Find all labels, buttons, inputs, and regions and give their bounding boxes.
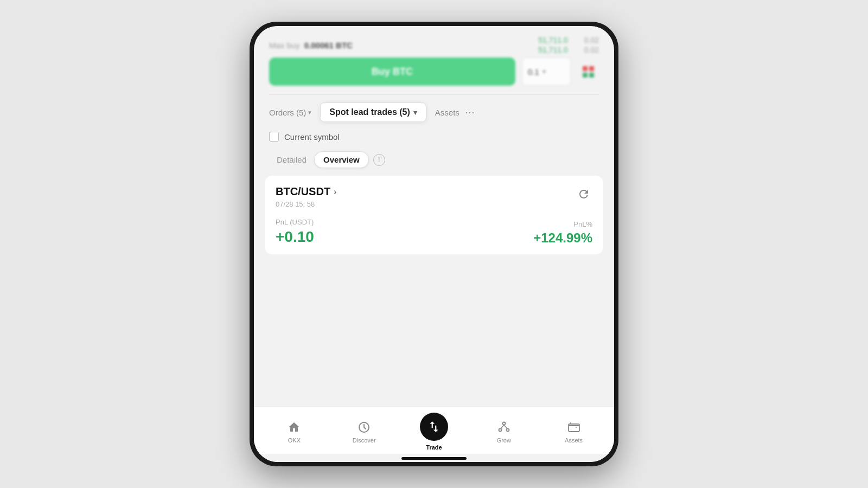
svg-point-2 <box>499 429 501 432</box>
price-row2-price: 51,711.0 <box>538 46 568 54</box>
nav-item-trade[interactable]: Trade <box>399 413 469 451</box>
price-row2-qty: 0.02 <box>584 46 599 54</box>
tab-more-button[interactable]: ⋯ <box>465 106 475 118</box>
svg-line-4 <box>501 425 504 429</box>
current-symbol-label: Current symbol <box>284 132 340 142</box>
price-row1-price: 51,711.0 <box>538 36 568 44</box>
discover-icon <box>356 420 372 435</box>
current-symbol-checkbox[interactable] <box>269 132 279 142</box>
current-symbol-row: Current symbol <box>254 127 614 149</box>
qty-dropdown-arrow: ▾ <box>542 68 546 75</box>
nav-grow-label: Grow <box>497 437 511 444</box>
phone-device: Max buy 0.00061 BTC 51,711.0 0.02 51,711… <box>250 22 618 466</box>
pair-name: BTC/USDT <box>276 185 330 198</box>
tabs-row: Orders (5) ▾ Spot lead trades (5) ▾ Asse… <box>254 95 614 127</box>
nav-item-okx[interactable]: OKX <box>259 420 329 444</box>
pair-chevron-icon[interactable]: › <box>334 187 336 197</box>
max-buy-value: 0.00061 BTC <box>304 41 353 50</box>
tab-orders[interactable]: Orders (5) ▾ <box>269 108 311 117</box>
qty-value: 0.1 <box>528 67 539 76</box>
home-indicator-bar <box>401 457 467 460</box>
nav-assets-label: Assets <box>565 437 583 444</box>
spacer <box>254 254 614 407</box>
home-icon <box>286 420 302 435</box>
nav-item-grow[interactable]: Grow <box>469 420 539 444</box>
tab-spot-lead-trades[interactable]: Spot lead trades (5) ▾ <box>320 102 426 122</box>
top-blurred-area: Max buy 0.00061 BTC 51,711.0 0.02 51,711… <box>254 26 614 57</box>
detailed-view-button[interactable]: Detailed <box>269 152 314 168</box>
info-icon[interactable]: i <box>373 154 385 166</box>
orders-dropdown-arrow: ▾ <box>308 109 311 116</box>
tab-assets[interactable]: Assets <box>435 108 459 117</box>
pnl-usdt-label: PnL (USDT) <box>276 218 314 226</box>
price-row1-qty: 0.02 <box>584 36 599 44</box>
trade-card: BTC/USDT › 07/28 15: 58 PnL (USD <box>265 176 603 254</box>
pnl-pct-col: PnL% +124.99% <box>533 220 592 246</box>
main-content: Orders (5) ▾ Spot lead trades (5) ▾ Asse… <box>254 95 614 462</box>
svg-point-1 <box>502 422 505 425</box>
grid-view-icon[interactable] <box>577 61 599 82</box>
qty-selector[interactable]: 0.1 ▾ <box>522 57 571 86</box>
phone-screen: Max buy 0.00061 BTC 51,711.0 0.02 51,711… <box>254 26 614 462</box>
nav-discover-label: Discover <box>353 437 376 444</box>
pnl-pct-value: +124.99% <box>533 230 592 246</box>
overview-view-button[interactable]: Overview <box>314 151 369 168</box>
pnl-usdt-col: PnL (USDT) +0.10 <box>276 218 314 246</box>
svg-line-5 <box>504 425 507 429</box>
pnl-pct-label: PnL% <box>573 220 592 228</box>
pnl-row: PnL (USDT) +0.10 PnL% +124.99% <box>276 218 592 246</box>
nav-item-discover[interactable]: Discover <box>329 420 399 444</box>
buy-btc-button[interactable]: Buy BTC <box>269 57 515 86</box>
pnl-usdt-value: +0.10 <box>276 228 314 246</box>
pair-date: 07/28 15: 58 <box>276 200 336 208</box>
refresh-icon[interactable] <box>575 185 592 203</box>
buy-area: Buy BTC 0.1 ▾ <box>254 57 614 94</box>
pair-info: BTC/USDT › 07/28 15: 58 <box>276 185 336 208</box>
grow-icon <box>496 420 512 435</box>
spot-lead-dropdown-arrow: ▾ <box>413 108 417 117</box>
nav-okx-label: OKX <box>288 437 301 444</box>
svg-rect-6 <box>569 424 579 432</box>
view-toggle-row: Detailed Overview i <box>254 149 614 176</box>
assets-icon <box>566 420 582 435</box>
svg-point-3 <box>506 429 509 432</box>
nav-trade-label: Trade <box>426 444 442 451</box>
nav-item-assets[interactable]: Assets <box>539 420 609 444</box>
trade-center-button[interactable] <box>420 413 448 441</box>
bottom-nav: OKX Discover <box>254 407 614 454</box>
max-buy-label: Max buy <box>269 41 300 50</box>
